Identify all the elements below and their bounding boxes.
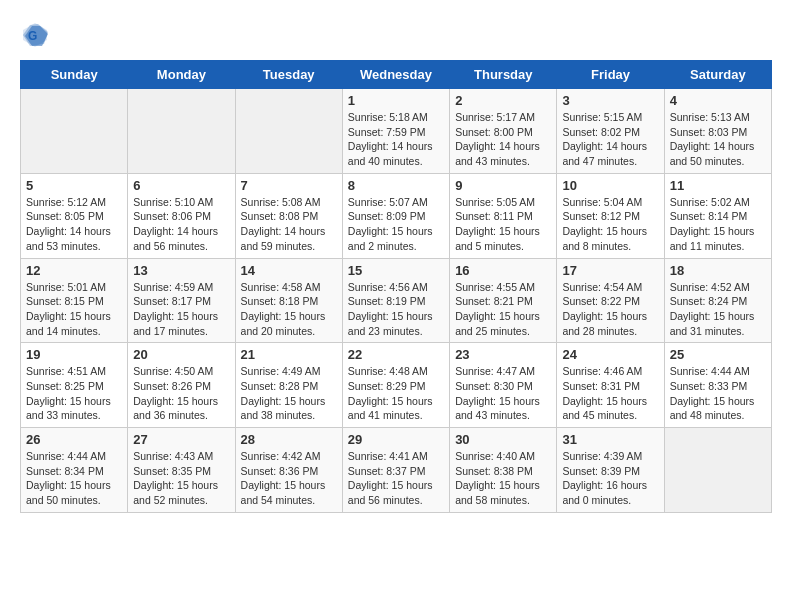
calendar-day-cell: 8Sunrise: 5:07 AM Sunset: 8:09 PM Daylig… bbox=[342, 173, 449, 258]
day-info: Sunrise: 4:50 AM Sunset: 8:26 PM Dayligh… bbox=[133, 364, 229, 423]
day-number: 18 bbox=[670, 263, 766, 278]
day-number: 30 bbox=[455, 432, 551, 447]
day-number: 14 bbox=[241, 263, 337, 278]
day-of-week-header: Sunday bbox=[21, 61, 128, 89]
day-info: Sunrise: 5:05 AM Sunset: 8:11 PM Dayligh… bbox=[455, 195, 551, 254]
day-info: Sunrise: 5:10 AM Sunset: 8:06 PM Dayligh… bbox=[133, 195, 229, 254]
calendar-day-cell: 26Sunrise: 4:44 AM Sunset: 8:34 PM Dayli… bbox=[21, 428, 128, 513]
day-info: Sunrise: 5:13 AM Sunset: 8:03 PM Dayligh… bbox=[670, 110, 766, 169]
day-number: 11 bbox=[670, 178, 766, 193]
day-info: Sunrise: 4:55 AM Sunset: 8:21 PM Dayligh… bbox=[455, 280, 551, 339]
day-info: Sunrise: 5:18 AM Sunset: 7:59 PM Dayligh… bbox=[348, 110, 444, 169]
day-info: Sunrise: 4:42 AM Sunset: 8:36 PM Dayligh… bbox=[241, 449, 337, 508]
calendar-week-row: 1Sunrise: 5:18 AM Sunset: 7:59 PM Daylig… bbox=[21, 89, 772, 174]
calendar-week-row: 5Sunrise: 5:12 AM Sunset: 8:05 PM Daylig… bbox=[21, 173, 772, 258]
calendar-header: SundayMondayTuesdayWednesdayThursdayFrid… bbox=[21, 61, 772, 89]
day-number: 17 bbox=[562, 263, 658, 278]
calendar-day-cell: 17Sunrise: 4:54 AM Sunset: 8:22 PM Dayli… bbox=[557, 258, 664, 343]
day-number: 8 bbox=[348, 178, 444, 193]
day-number: 22 bbox=[348, 347, 444, 362]
calendar-day-cell: 27Sunrise: 4:43 AM Sunset: 8:35 PM Dayli… bbox=[128, 428, 235, 513]
calendar-day-cell: 22Sunrise: 4:48 AM Sunset: 8:29 PM Dayli… bbox=[342, 343, 449, 428]
day-number: 29 bbox=[348, 432, 444, 447]
day-of-week-header: Tuesday bbox=[235, 61, 342, 89]
day-number: 15 bbox=[348, 263, 444, 278]
calendar-body: 1Sunrise: 5:18 AM Sunset: 7:59 PM Daylig… bbox=[21, 89, 772, 513]
day-of-week-header: Wednesday bbox=[342, 61, 449, 89]
calendar-day-cell bbox=[235, 89, 342, 174]
day-number: 6 bbox=[133, 178, 229, 193]
calendar-day-cell: 16Sunrise: 4:55 AM Sunset: 8:21 PM Dayli… bbox=[450, 258, 557, 343]
calendar-week-row: 19Sunrise: 4:51 AM Sunset: 8:25 PM Dayli… bbox=[21, 343, 772, 428]
calendar-day-cell: 28Sunrise: 4:42 AM Sunset: 8:36 PM Dayli… bbox=[235, 428, 342, 513]
calendar-day-cell: 24Sunrise: 4:46 AM Sunset: 8:31 PM Dayli… bbox=[557, 343, 664, 428]
day-of-week-header: Thursday bbox=[450, 61, 557, 89]
day-info: Sunrise: 5:02 AM Sunset: 8:14 PM Dayligh… bbox=[670, 195, 766, 254]
calendar-day-cell bbox=[128, 89, 235, 174]
calendar-day-cell bbox=[664, 428, 771, 513]
logo: G bbox=[20, 20, 54, 50]
calendar-day-cell: 10Sunrise: 5:04 AM Sunset: 8:12 PM Dayli… bbox=[557, 173, 664, 258]
calendar-day-cell: 19Sunrise: 4:51 AM Sunset: 8:25 PM Dayli… bbox=[21, 343, 128, 428]
calendar-day-cell: 31Sunrise: 4:39 AM Sunset: 8:39 PM Dayli… bbox=[557, 428, 664, 513]
day-number: 9 bbox=[455, 178, 551, 193]
calendar-day-cell bbox=[21, 89, 128, 174]
calendar-day-cell: 11Sunrise: 5:02 AM Sunset: 8:14 PM Dayli… bbox=[664, 173, 771, 258]
day-info: Sunrise: 5:01 AM Sunset: 8:15 PM Dayligh… bbox=[26, 280, 122, 339]
day-info: Sunrise: 5:17 AM Sunset: 8:00 PM Dayligh… bbox=[455, 110, 551, 169]
calendar-day-cell: 23Sunrise: 4:47 AM Sunset: 8:30 PM Dayli… bbox=[450, 343, 557, 428]
day-info: Sunrise: 4:44 AM Sunset: 8:34 PM Dayligh… bbox=[26, 449, 122, 508]
calendar-day-cell: 20Sunrise: 4:50 AM Sunset: 8:26 PM Dayli… bbox=[128, 343, 235, 428]
day-number: 21 bbox=[241, 347, 337, 362]
calendar-week-row: 12Sunrise: 5:01 AM Sunset: 8:15 PM Dayli… bbox=[21, 258, 772, 343]
calendar-day-cell: 9Sunrise: 5:05 AM Sunset: 8:11 PM Daylig… bbox=[450, 173, 557, 258]
calendar-day-cell: 25Sunrise: 4:44 AM Sunset: 8:33 PM Dayli… bbox=[664, 343, 771, 428]
day-number: 24 bbox=[562, 347, 658, 362]
day-info: Sunrise: 4:52 AM Sunset: 8:24 PM Dayligh… bbox=[670, 280, 766, 339]
calendar-day-cell: 1Sunrise: 5:18 AM Sunset: 7:59 PM Daylig… bbox=[342, 89, 449, 174]
logo-icon: G bbox=[20, 20, 50, 50]
day-info: Sunrise: 5:12 AM Sunset: 8:05 PM Dayligh… bbox=[26, 195, 122, 254]
day-number: 16 bbox=[455, 263, 551, 278]
day-info: Sunrise: 4:48 AM Sunset: 8:29 PM Dayligh… bbox=[348, 364, 444, 423]
day-number: 4 bbox=[670, 93, 766, 108]
day-info: Sunrise: 4:58 AM Sunset: 8:18 PM Dayligh… bbox=[241, 280, 337, 339]
day-info: Sunrise: 4:59 AM Sunset: 8:17 PM Dayligh… bbox=[133, 280, 229, 339]
day-number: 10 bbox=[562, 178, 658, 193]
day-info: Sunrise: 4:43 AM Sunset: 8:35 PM Dayligh… bbox=[133, 449, 229, 508]
calendar-day-cell: 12Sunrise: 5:01 AM Sunset: 8:15 PM Dayli… bbox=[21, 258, 128, 343]
day-info: Sunrise: 5:04 AM Sunset: 8:12 PM Dayligh… bbox=[562, 195, 658, 254]
calendar-day-cell: 6Sunrise: 5:10 AM Sunset: 8:06 PM Daylig… bbox=[128, 173, 235, 258]
day-of-week-header: Friday bbox=[557, 61, 664, 89]
day-number: 13 bbox=[133, 263, 229, 278]
day-of-week-header: Monday bbox=[128, 61, 235, 89]
day-info: Sunrise: 5:15 AM Sunset: 8:02 PM Dayligh… bbox=[562, 110, 658, 169]
day-number: 25 bbox=[670, 347, 766, 362]
calendar-day-cell: 13Sunrise: 4:59 AM Sunset: 8:17 PM Dayli… bbox=[128, 258, 235, 343]
day-info: Sunrise: 4:39 AM Sunset: 8:39 PM Dayligh… bbox=[562, 449, 658, 508]
calendar-day-cell: 14Sunrise: 4:58 AM Sunset: 8:18 PM Dayli… bbox=[235, 258, 342, 343]
day-number: 31 bbox=[562, 432, 658, 447]
day-info: Sunrise: 5:08 AM Sunset: 8:08 PM Dayligh… bbox=[241, 195, 337, 254]
day-number: 5 bbox=[26, 178, 122, 193]
day-info: Sunrise: 4:51 AM Sunset: 8:25 PM Dayligh… bbox=[26, 364, 122, 423]
day-number: 19 bbox=[26, 347, 122, 362]
calendar-day-cell: 5Sunrise: 5:12 AM Sunset: 8:05 PM Daylig… bbox=[21, 173, 128, 258]
day-info: Sunrise: 4:47 AM Sunset: 8:30 PM Dayligh… bbox=[455, 364, 551, 423]
day-info: Sunrise: 4:44 AM Sunset: 8:33 PM Dayligh… bbox=[670, 364, 766, 423]
day-info: Sunrise: 4:41 AM Sunset: 8:37 PM Dayligh… bbox=[348, 449, 444, 508]
day-info: Sunrise: 4:49 AM Sunset: 8:28 PM Dayligh… bbox=[241, 364, 337, 423]
calendar-week-row: 26Sunrise: 4:44 AM Sunset: 8:34 PM Dayli… bbox=[21, 428, 772, 513]
day-info: Sunrise: 4:40 AM Sunset: 8:38 PM Dayligh… bbox=[455, 449, 551, 508]
day-info: Sunrise: 4:56 AM Sunset: 8:19 PM Dayligh… bbox=[348, 280, 444, 339]
day-number: 12 bbox=[26, 263, 122, 278]
calendar-day-cell: 18Sunrise: 4:52 AM Sunset: 8:24 PM Dayli… bbox=[664, 258, 771, 343]
svg-text:G: G bbox=[28, 29, 37, 43]
calendar-day-cell: 30Sunrise: 4:40 AM Sunset: 8:38 PM Dayli… bbox=[450, 428, 557, 513]
day-info: Sunrise: 4:54 AM Sunset: 8:22 PM Dayligh… bbox=[562, 280, 658, 339]
day-number: 2 bbox=[455, 93, 551, 108]
day-number: 28 bbox=[241, 432, 337, 447]
day-of-week-header: Saturday bbox=[664, 61, 771, 89]
calendar-day-cell: 4Sunrise: 5:13 AM Sunset: 8:03 PM Daylig… bbox=[664, 89, 771, 174]
calendar-day-cell: 21Sunrise: 4:49 AM Sunset: 8:28 PM Dayli… bbox=[235, 343, 342, 428]
